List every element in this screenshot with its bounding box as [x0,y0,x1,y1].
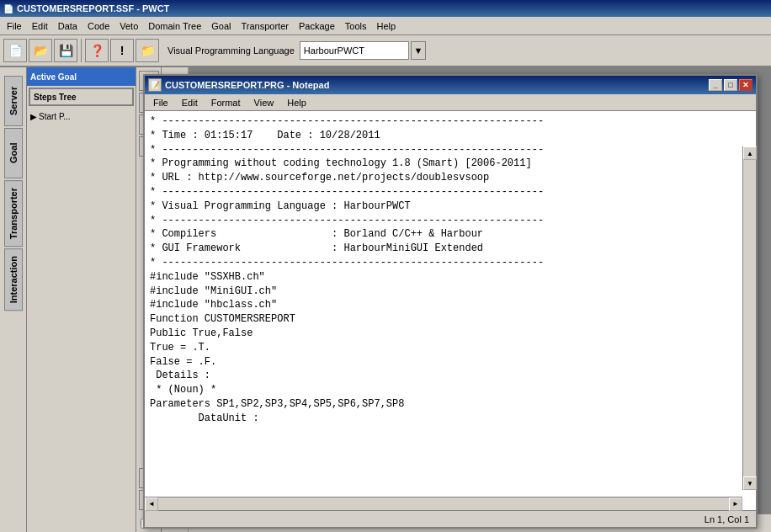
steps-tree-label: Steps Tree [34,93,77,102]
toolbar-sep1 [81,39,82,62]
np-menu-help[interactable]: Help [280,96,313,109]
new-button[interactable]: 📄 [3,39,27,62]
language-value: HarbourPWCT [304,45,364,56]
language-dropdown-arrow[interactable]: ▼ [411,41,426,60]
notepad-titlebar: 📝 CUSTOMERSREPORT.PRG - Notepad _ □ ✕ [145,76,756,94]
scroll-up-button[interactable]: ▲ [743,146,757,160]
menu-edit[interactable]: Edit [27,19,53,33]
notepad-window: 📝 CUSTOMERSREPORT.PRG - Notepad _ □ ✕ Fi… [143,74,758,529]
app-icon: 📄 [3,4,13,13]
toolbar: 📄 📂 💾 ❓ ! 📁 Visual Programming Language … [0,35,771,67]
np-menu-file[interactable]: File [146,96,175,109]
tab-transporter[interactable]: Transporter [4,180,23,247]
menu-goal[interactable]: Goal [206,19,236,33]
language-dropdown[interactable]: HarbourPWCT [300,41,409,60]
save-button[interactable]: 💾 [54,39,77,62]
menu-package[interactable]: Package [294,19,340,33]
title-bar: 📄 CUSTOMERSREPORT.SSF - PWCT [0,0,771,17]
notepad-vscrollbar: ▲ ▼ [742,146,756,490]
window-title: CUSTOMERSREPORT.SSF - PWCT [17,3,169,13]
notepad-title: CUSTOMERSREPORT.PRG - Notepad [165,80,709,90]
menu-bar: File Edit Data Code Veto Domain Tree Goa… [0,17,771,35]
notepad-body: * --------------------------------------… [145,111,756,510]
menu-tools[interactable]: Tools [340,19,372,33]
menu-veto[interactable]: Veto [114,19,143,33]
menu-file[interactable]: File [2,19,27,33]
np-menu-view[interactable]: View [247,96,281,109]
tree-expand-icon: ▶ [30,112,37,121]
scroll-track[interactable] [743,160,756,476]
menu-data[interactable]: Data [53,19,82,33]
tree-content: ▶ Start P... [27,108,136,532]
left-sidebar: Server Goal Transporter Interaction [0,67,27,532]
notepad-hscrollbar: ◄ ► [145,497,742,510]
tree-item-label: Start P... [39,112,71,121]
menu-code[interactable]: Code [82,19,114,33]
notepad-icon: 📝 [148,78,162,92]
np-menu-edit[interactable]: Edit [175,96,205,109]
folder-button[interactable]: 📁 [136,39,159,62]
tab-server[interactable]: Server [4,76,23,126]
active-goal-bar: Active Goal [27,67,136,86]
hscroll-right-button[interactable]: ► [729,497,742,511]
menu-transporter[interactable]: Transporter [237,19,294,33]
menu-help[interactable]: Help [371,19,401,33]
panel-area: Active Goal Steps Tree ▶ Start P... [27,67,136,532]
notepad-title-buttons: _ □ ✕ [709,79,752,91]
hscroll-left-button[interactable]: ◄ [145,497,158,511]
active-goal-label: Active Goal [30,72,77,82]
np-menu-format[interactable]: Format [205,96,247,109]
notepad-status: Ln 1, Col 1 [705,514,749,524]
notepad-menubar: File Edit Format View Help [145,94,756,111]
tab-interaction[interactable]: Interaction [4,248,23,311]
notepad-minimize-button[interactable]: _ [709,79,722,91]
notepad-content[interactable]: * --------------------------------------… [145,111,742,497]
tree-item-start[interactable]: ▶ Start P... [30,111,132,122]
notepad-statusbar: Ln 1, Col 1 [145,510,756,527]
notepad-close-button[interactable]: ✕ [739,79,752,91]
open-button[interactable]: 📂 [29,39,52,62]
steps-tree-bar: Steps Tree [29,88,134,106]
language-label: Visual Programming Language [167,45,295,56]
run-button[interactable]: ! [110,39,134,62]
tab-goal[interactable]: Goal [4,128,23,178]
scroll-down-button[interactable]: ▼ [743,476,757,490]
help-button[interactable]: ❓ [85,39,109,62]
menu-domain-tree[interactable]: Domain Tree [143,19,206,33]
notepad-maximize-button[interactable]: □ [724,79,737,91]
